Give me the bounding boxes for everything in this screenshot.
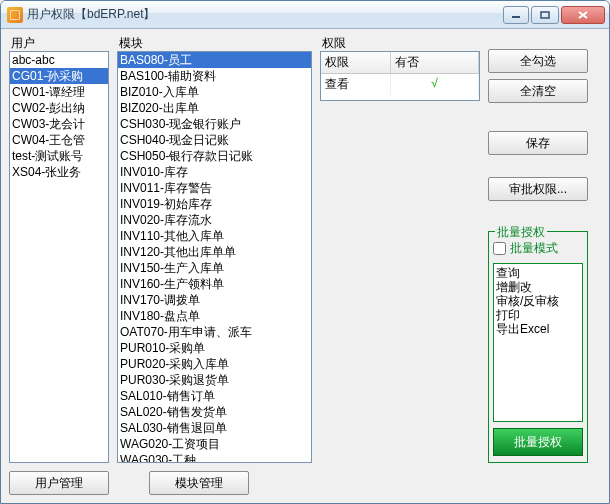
module-item[interactable]: CSH040-现金日记账 xyxy=(118,132,311,148)
batch-mode-label: 批量模式 xyxy=(510,240,558,257)
actions-column: 全勾选 全清空 保存 审批权限... 批量授权 批量模式 查询增删改审核/反审核… xyxy=(488,35,588,463)
batch-list[interactable]: 查询增删改审核/反审核打印导出Excel xyxy=(493,263,583,422)
module-item[interactable]: BIZ010-入库单 xyxy=(118,84,311,100)
batch-apply-button[interactable]: 批量授权 xyxy=(493,428,583,456)
perm-table-header: 权限 有否 xyxy=(321,52,479,74)
perm-col-name: 权限 xyxy=(321,52,391,73)
module-item[interactable]: PUR020-采购入库单 xyxy=(118,356,311,372)
users-header: 用户 xyxy=(9,35,109,49)
modules-column: 模块 BAS080-员工BAS100-辅助资料BIZ010-入库单BIZ020-… xyxy=(117,35,312,463)
modules-header: 模块 xyxy=(117,35,312,49)
module-item[interactable]: INV019-初始库存 xyxy=(118,196,311,212)
module-item[interactable]: INV120-其他出库单单 xyxy=(118,244,311,260)
check-all-button[interactable]: 全勾选 xyxy=(488,49,588,73)
batch-group-title: 批量授权 xyxy=(495,224,547,241)
batch-item[interactable]: 审核/反审核 xyxy=(496,294,580,308)
user-item[interactable]: CW04-王仓管 xyxy=(10,132,108,148)
module-item[interactable]: OAT070-用车申请、派车 xyxy=(118,324,311,340)
module-item[interactable]: INV180-盘点单 xyxy=(118,308,311,324)
module-item[interactable]: WAG030-工种 xyxy=(118,452,311,463)
module-item[interactable]: INV160-生产领料单 xyxy=(118,276,311,292)
window-buttons xyxy=(503,6,605,24)
user-item[interactable]: CW01-谭经理 xyxy=(10,84,108,100)
svg-rect-1 xyxy=(541,12,549,18)
module-item[interactable]: INV020-库存流水 xyxy=(118,212,311,228)
batch-item[interactable]: 导出Excel xyxy=(496,322,580,336)
module-item[interactable]: BAS080-员工 xyxy=(118,52,311,68)
module-item[interactable]: INV010-库存 xyxy=(118,164,311,180)
module-item[interactable]: PUR030-采购退货单 xyxy=(118,372,311,388)
module-item[interactable]: BAS100-辅助资料 xyxy=(118,68,311,84)
module-item[interactable]: SAL020-销售发货单 xyxy=(118,404,311,420)
module-item[interactable]: SAL010-销售订单 xyxy=(118,388,311,404)
batch-item[interactable]: 打印 xyxy=(496,308,580,322)
module-item[interactable]: BIZ020-出库单 xyxy=(118,100,311,116)
titlebar: 用户权限【bdERP.net】 xyxy=(1,1,609,29)
audit-button[interactable]: 审批权限... xyxy=(488,177,588,201)
batch-mode-checkbox[interactable]: 批量模式 xyxy=(493,240,583,257)
module-item[interactable]: SAL030-销售退回单 xyxy=(118,420,311,436)
batch-group: 批量授权 批量模式 查询增删改审核/反审核打印导出Excel 批量授权 xyxy=(488,231,588,463)
module-item[interactable]: WAG020-工资项目 xyxy=(118,436,311,452)
module-item[interactable]: CSH050-银行存款日记账 xyxy=(118,148,311,164)
user-item[interactable]: abc-abc xyxy=(10,52,108,68)
users-column: 用户 abc-abcCG01-孙采购CW01-谭经理CW02-彭出纳CW03-龙… xyxy=(9,35,109,463)
user-item[interactable]: CW02-彭出纳 xyxy=(10,100,108,116)
check-icon: √ xyxy=(431,76,438,90)
perm-row[interactable]: 查看√ xyxy=(321,74,479,95)
save-button[interactable]: 保存 xyxy=(488,131,588,155)
maximize-button[interactable] xyxy=(531,6,559,24)
bottom-buttons: 用户管理 模块管理 xyxy=(1,471,609,503)
window-title: 用户权限【bdERP.net】 xyxy=(27,6,503,23)
clear-all-button[interactable]: 全清空 xyxy=(488,79,588,103)
user-item[interactable]: CW03-龙会计 xyxy=(10,116,108,132)
batch-item[interactable]: 查询 xyxy=(496,266,580,280)
module-item[interactable]: INV170-调拨单 xyxy=(118,292,311,308)
perm-has[interactable]: √ xyxy=(391,74,479,95)
window: 用户权限【bdERP.net】 用户 abc-abcCG01-孙采购CW01-谭… xyxy=(0,0,610,504)
app-icon xyxy=(7,7,23,23)
module-item[interactable]: INV110-其他入库单 xyxy=(118,228,311,244)
module-item[interactable]: INV150-生产入库单 xyxy=(118,260,311,276)
module-mgmt-button[interactable]: 模块管理 xyxy=(149,471,249,495)
module-item[interactable]: INV011-库存警告 xyxy=(118,180,311,196)
users-list[interactable]: abc-abcCG01-孙采购CW01-谭经理CW02-彭出纳CW03-龙会计C… xyxy=(9,51,109,463)
close-button[interactable] xyxy=(561,6,605,24)
perm-name: 查看 xyxy=(321,74,391,95)
batch-item[interactable]: 增删改 xyxy=(496,280,580,294)
permissions-table: 权限 有否 查看√ xyxy=(320,51,480,101)
client-area: 用户 abc-abcCG01-孙采购CW01-谭经理CW02-彭出纳CW03-龙… xyxy=(1,29,609,471)
user-mgmt-button[interactable]: 用户管理 xyxy=(9,471,109,495)
permissions-header: 权限 xyxy=(320,35,480,49)
minimize-button[interactable] xyxy=(503,6,529,24)
modules-list[interactable]: BAS080-员工BAS100-辅助资料BIZ010-入库单BIZ020-出库单… xyxy=(117,51,312,463)
perm-col-has: 有否 xyxy=(391,52,479,73)
permissions-column: 权限 权限 有否 查看√ xyxy=(320,35,480,463)
user-item[interactable]: test-测试账号 xyxy=(10,148,108,164)
module-item[interactable]: PUR010-采购单 xyxy=(118,340,311,356)
module-item[interactable]: CSH030-现金银行账户 xyxy=(118,116,311,132)
user-item[interactable]: CG01-孙采购 xyxy=(10,68,108,84)
batch-mode-input[interactable] xyxy=(493,242,506,255)
user-item[interactable]: XS04-张业务 xyxy=(10,164,108,180)
